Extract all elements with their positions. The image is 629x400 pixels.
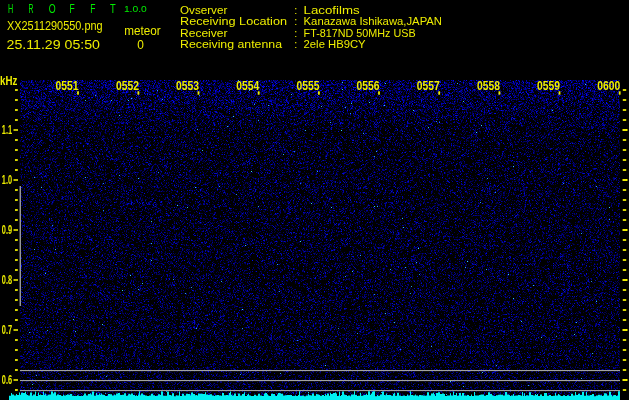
svg-text:0600: 0600 bbox=[597, 78, 620, 93]
svg-text:0557: 0557 bbox=[417, 78, 440, 93]
svg-text:XX2511290550.png: XX2511290550.png bbox=[7, 19, 103, 33]
svg-text:0558: 0558 bbox=[477, 78, 500, 93]
svg-text:1.0: 1.0 bbox=[2, 173, 12, 187]
svg-text:1.0.0: 1.0.0 bbox=[124, 3, 147, 14]
svg-text:2ele HB9CY: 2ele HB9CY bbox=[304, 37, 366, 50]
svg-text:0555: 0555 bbox=[296, 78, 319, 93]
svg-text:F: F bbox=[70, 1, 75, 16]
svg-text:Receiving antenna: Receiving antenna bbox=[180, 37, 283, 50]
svg-text:H: H bbox=[8, 1, 13, 16]
svg-text::: : bbox=[294, 37, 297, 50]
svg-text:0.6: 0.6 bbox=[2, 373, 12, 387]
svg-text:R: R bbox=[29, 1, 34, 16]
svg-text:0554: 0554 bbox=[236, 78, 259, 93]
svg-text:T: T bbox=[110, 1, 116, 16]
svg-text:1.1: 1.1 bbox=[2, 123, 12, 137]
svg-text:O: O bbox=[49, 1, 56, 16]
svg-text:0.8: 0.8 bbox=[2, 273, 12, 287]
svg-text:25.11.29 05:50: 25.11.29 05:50 bbox=[7, 38, 101, 52]
svg-text:0551: 0551 bbox=[56, 78, 79, 93]
svg-text:0.7: 0.7 bbox=[2, 323, 12, 337]
svg-text:kHz: kHz bbox=[0, 73, 18, 88]
svg-text:0553: 0553 bbox=[176, 78, 199, 93]
svg-text:meteor: meteor bbox=[124, 24, 160, 38]
svg-text:0559: 0559 bbox=[537, 78, 560, 93]
svg-text:0552: 0552 bbox=[116, 78, 139, 93]
svg-text:0.9: 0.9 bbox=[2, 223, 12, 237]
svg-text:F: F bbox=[90, 1, 95, 16]
svg-text:0: 0 bbox=[137, 38, 144, 52]
svg-text:0556: 0556 bbox=[357, 78, 380, 93]
